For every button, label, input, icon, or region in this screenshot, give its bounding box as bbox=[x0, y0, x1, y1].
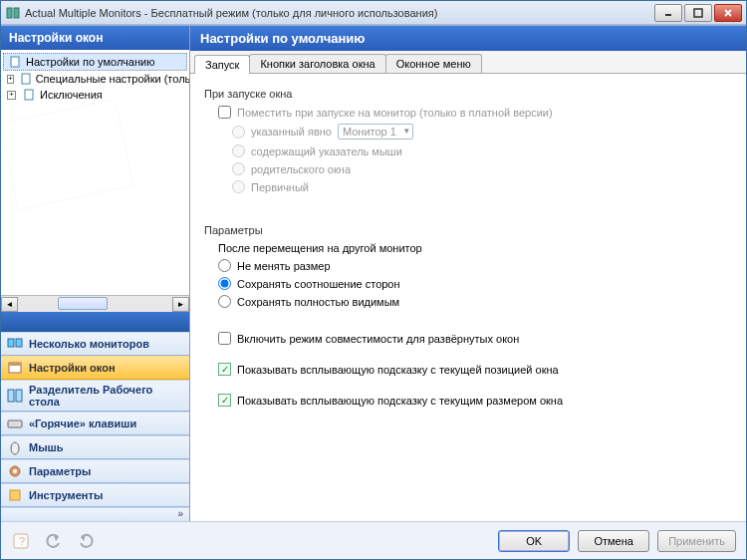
tree-expand-icon[interactable]: + bbox=[7, 75, 14, 84]
rdo-primary bbox=[232, 180, 245, 193]
titlebar[interactable]: Actual Multiple Monitors - Бесплатный ре… bbox=[1, 1, 746, 25]
rdo-label: Сохранять полностью видимым bbox=[237, 296, 399, 308]
nav-label: Несколько мониторов bbox=[29, 338, 149, 350]
rdo-label: Сохранять соотношение сторон bbox=[237, 278, 400, 290]
svg-rect-19 bbox=[10, 490, 20, 500]
nav-hotkeys[interactable]: «Горячие» клавиши bbox=[1, 412, 189, 435]
nav-strip bbox=[1, 312, 189, 332]
nav-expand-button[interactable]: » bbox=[1, 507, 189, 521]
group-launch-title: При запуске окна bbox=[204, 88, 732, 100]
tree: Настройки по умолчанию + Специальные нас… bbox=[1, 50, 189, 295]
nav-desktop-divider[interactable]: Разделитель Рабочего стола bbox=[1, 380, 189, 412]
minimize-button[interactable] bbox=[654, 4, 682, 22]
watermark-logo bbox=[1, 99, 134, 211]
chk-label: Поместить при запуске на монитор (только… bbox=[237, 107, 553, 119]
svg-rect-6 bbox=[11, 57, 19, 67]
svg-point-18 bbox=[13, 469, 17, 473]
rdo-keep-size[interactable] bbox=[218, 259, 231, 272]
group-params-title: Параметры bbox=[204, 224, 732, 236]
rdo-parent bbox=[232, 162, 245, 175]
tab-label: Оконное меню bbox=[396, 58, 471, 70]
rdo-label: Первичный bbox=[251, 181, 309, 193]
chk-label: Включить режим совместимости для развёрн… bbox=[237, 333, 519, 345]
tab-title-buttons[interactable]: Кнопки заголовка окна bbox=[249, 54, 385, 73]
doc-icon bbox=[22, 88, 36, 102]
sidebar-header: Настройки окон bbox=[1, 26, 189, 50]
nav-mouse[interactable]: Мышь bbox=[1, 435, 189, 459]
app-window: Actual Multiple Monitors - Бесплатный ре… bbox=[0, 0, 747, 560]
horizontal-scrollbar[interactable]: ◄ ► bbox=[1, 295, 189, 312]
scroll-right-button[interactable]: ► bbox=[172, 297, 189, 312]
svg-rect-15 bbox=[8, 420, 22, 427]
scroll-track[interactable] bbox=[18, 297, 172, 312]
nav-parameters[interactable]: Параметры bbox=[1, 459, 189, 483]
window-title: Actual Multiple Monitors - Бесплатный ре… bbox=[25, 7, 654, 19]
tabs: Запуск Кнопки заголовка окна Оконное мен… bbox=[190, 51, 746, 74]
tab-launch[interactable]: Запуск bbox=[194, 55, 250, 74]
doc-icon bbox=[8, 55, 22, 69]
svg-point-16 bbox=[11, 442, 19, 454]
svg-rect-1 bbox=[14, 8, 19, 18]
cancel-button[interactable]: Отмена bbox=[578, 530, 649, 552]
rdo-keep-ratio[interactable] bbox=[218, 277, 231, 290]
chk-compat-mode[interactable] bbox=[218, 332, 231, 345]
rdo-keep-visible[interactable] bbox=[218, 295, 231, 308]
tree-item-label: Специальные настройки (только в плат bbox=[36, 73, 189, 85]
main-header: Настройки по умолчанию bbox=[190, 26, 746, 51]
tree-expand-icon[interactable]: + bbox=[7, 91, 16, 100]
gear-icon bbox=[7, 463, 23, 479]
help-icon[interactable]: ? bbox=[11, 530, 33, 552]
window-settings-icon bbox=[7, 360, 23, 376]
nav-label: «Горячие» клавиши bbox=[29, 418, 136, 429]
nav-list: Несколько мониторов Настройки окон Разде… bbox=[1, 332, 189, 507]
tools-icon bbox=[7, 487, 23, 503]
after-move-label: После перемещения на другой монитор bbox=[218, 242, 732, 254]
maximize-button[interactable] bbox=[684, 4, 712, 22]
monitor-select: Монитор 1 bbox=[338, 124, 413, 140]
nav-tools[interactable]: Инструменты bbox=[1, 483, 189, 507]
app-icon bbox=[5, 5, 21, 21]
close-button[interactable] bbox=[714, 4, 742, 22]
hotkeys-icon bbox=[7, 416, 23, 431]
mouse-icon bbox=[7, 439, 23, 455]
rdo-label: Не менять размер bbox=[237, 260, 331, 272]
rdo-label: содержащий указатель мыши bbox=[251, 145, 402, 157]
nav-label: Разделитель Рабочего стола bbox=[29, 384, 183, 408]
tab-label: Кнопки заголовка окна bbox=[260, 58, 374, 70]
ok-button[interactable]: OK bbox=[498, 530, 570, 552]
svg-rect-8 bbox=[25, 90, 33, 100]
chk-place-on-monitor[interactable] bbox=[218, 106, 231, 119]
nav-label: Настройки окон bbox=[29, 362, 116, 374]
tree-item-label: Исключения bbox=[40, 89, 103, 101]
svg-rect-9 bbox=[8, 339, 14, 347]
svg-text:?: ? bbox=[19, 535, 25, 547]
tree-item-exclusions[interactable]: + Исключения bbox=[3, 87, 187, 103]
rdo-pointer bbox=[232, 144, 245, 157]
chk-tooltip-size[interactable]: ✓ bbox=[218, 394, 231, 407]
svg-rect-10 bbox=[16, 339, 22, 347]
nav-label: Параметры bbox=[29, 465, 91, 477]
nav-label: Инструменты bbox=[29, 489, 103, 501]
tree-item-special[interactable]: + Специальные настройки (только в плат bbox=[3, 71, 187, 87]
redo-icon[interactable] bbox=[75, 530, 97, 552]
chk-tooltip-position[interactable]: ✓ bbox=[218, 363, 231, 376]
rdo-explicit bbox=[232, 126, 245, 139]
tab-window-menu[interactable]: Оконное меню bbox=[385, 54, 482, 73]
content-area: При запуске окна Поместить при запуске н… bbox=[190, 74, 746, 521]
tree-item-defaults[interactable]: Настройки по умолчанию bbox=[3, 53, 187, 71]
nav-multiple-monitors[interactable]: Несколько мониторов bbox=[1, 332, 189, 356]
svg-rect-0 bbox=[7, 8, 12, 18]
monitors-icon bbox=[7, 336, 23, 352]
apply-button[interactable]: Применить bbox=[657, 530, 736, 552]
sidebar: Настройки окон Настройки по умолчанию + … bbox=[1, 26, 190, 521]
undo-icon[interactable] bbox=[43, 530, 65, 552]
nav-window-settings[interactable]: Настройки окон bbox=[1, 356, 189, 380]
scroll-left-button[interactable]: ◄ bbox=[1, 297, 18, 312]
scroll-thumb[interactable] bbox=[58, 297, 108, 310]
rdo-label: родительского окна bbox=[251, 163, 351, 175]
svg-rect-14 bbox=[16, 390, 22, 402]
svg-rect-3 bbox=[694, 9, 702, 17]
tree-item-label: Настройки по умолчанию bbox=[26, 56, 154, 68]
svg-rect-12 bbox=[9, 363, 21, 366]
doc-icon bbox=[20, 72, 32, 86]
